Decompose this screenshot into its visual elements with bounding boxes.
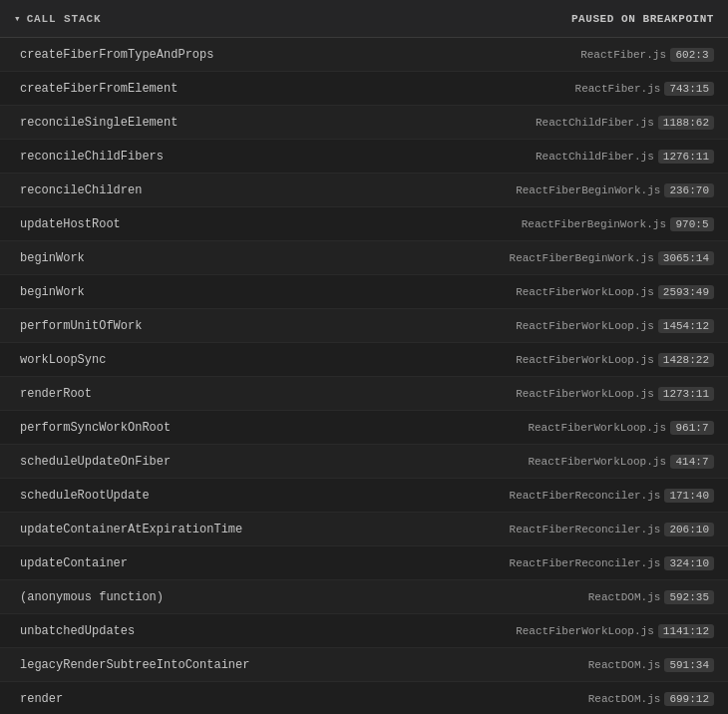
file-info: ReactFiberBeginWork.js970:5 [522,217,714,231]
file-name: ReactFiberWorkLoop.js [528,456,666,468]
file-name: ReactFiberBeginWork.js [522,218,666,230]
file-info: ReactFiberWorkLoop.js961:7 [528,421,714,435]
file-info: ReactFiberReconciler.js206:10 [510,523,714,536]
file-info: ReactFiberBeginWork.js3065:14 [510,251,714,265]
stack-row[interactable]: unbatchedUpdatesReactFiberWorkLoop.js114… [0,614,728,648]
line-badge: 592:35 [664,590,714,604]
stack-row[interactable]: beginWorkReactFiberBeginWork.js3065:14 [0,241,728,275]
func-name: createFiberFromTypeAndProps [20,48,213,62]
line-badge: 1141:12 [658,624,714,638]
file-name: ReactChildFiber.js [536,117,654,129]
file-name: ReactFiberReconciler.js [510,490,661,502]
line-badge: 1454:12 [658,319,714,333]
file-name: ReactFiberBeginWork.js [516,184,660,196]
func-name: reconcileChildFibers [20,150,164,164]
file-name: ReactFiber.js [580,49,666,61]
stack-row[interactable]: reconcileSingleElementReactChildFiber.js… [0,106,728,140]
func-name: workLoopSync [20,353,106,367]
file-info: ReactFiberWorkLoop.js1454:12 [516,319,714,333]
paused-status: PAUSED ON BREAKPOINT [571,13,714,25]
line-badge: 206:10 [664,523,714,536]
line-badge: 236:70 [664,183,714,197]
func-name: updateContainerAtExpirationTime [20,523,242,536]
call-stack-panel: ▾ CALL STACK PAUSED ON BREAKPOINT create… [0,0,728,714]
line-badge: 970:5 [670,217,714,231]
file-name: ReactDOM.js [588,693,661,705]
file-info: ReactDOM.js591:34 [588,658,714,672]
stack-row[interactable]: renderReactDOM.js699:12 [0,682,728,714]
panel-title: CALL STACK [27,13,102,25]
file-info: ReactFiberReconciler.js324:10 [510,556,714,570]
line-badge: 1276:11 [658,150,714,164]
func-name: unbatchedUpdates [20,624,135,638]
stack-row[interactable]: updateContainerAtExpirationTimeReactFibe… [0,513,728,546]
file-name: ReactFiberWorkLoop.js [516,625,654,637]
line-badge: 1188:62 [658,116,714,130]
line-badge: 3065:14 [658,251,714,265]
call-stack-header: ▾ CALL STACK PAUSED ON BREAKPOINT [0,0,728,38]
line-badge: 699:12 [664,692,714,706]
func-name: createFiberFromElement [20,82,178,96]
file-info: ReactChildFiber.js1188:62 [536,116,714,130]
stack-row[interactable]: updateHostRootReactFiberBeginWork.js970:… [0,207,728,241]
stack-row[interactable]: renderRootReactFiberWorkLoop.js1273:11 [0,377,728,411]
line-badge: 602:3 [670,48,714,62]
func-name: reconcileChildren [20,183,142,197]
stack-list[interactable]: createFiberFromTypeAndPropsReactFiber.js… [0,38,728,714]
line-badge: 324:10 [664,556,714,570]
file-name: ReactFiber.js [575,83,661,95]
stack-row[interactable]: reconcileChildrenReactFiberBeginWork.js2… [0,174,728,207]
file-info: ReactDOM.js592:35 [588,590,714,604]
file-info: ReactFiberWorkLoop.js1141:12 [516,624,714,638]
stack-row[interactable]: createFiberFromTypeAndPropsReactFiber.js… [0,38,728,72]
line-badge: 1273:11 [658,387,714,401]
func-name: performUnitOfWork [20,319,142,333]
file-name: ReactDOM.js [588,659,661,671]
func-name: scheduleRootUpdate [20,489,150,503]
line-badge: 1428:22 [658,353,714,367]
file-name: ReactFiberBeginWork.js [510,252,654,264]
func-name: beginWork [20,251,85,265]
file-name: ReactFiberWorkLoop.js [516,286,654,298]
func-name: performSyncWorkOnRoot [20,421,171,435]
file-name: ReactChildFiber.js [536,151,654,163]
func-name: reconcileSingleElement [20,116,178,130]
file-info: ReactFiberReconciler.js171:40 [510,489,714,503]
file-info: ReactFiberWorkLoop.js2593:49 [516,285,714,299]
stack-row[interactable]: updateContainerReactFiberReconciler.js32… [0,546,728,580]
line-badge: 2593:49 [658,285,714,299]
stack-row[interactable]: legacyRenderSubtreeIntoContainerReactDOM… [0,648,728,682]
func-name: legacyRenderSubtreeIntoContainer [20,658,249,672]
line-badge: 961:7 [670,421,714,435]
line-badge: 591:34 [664,658,714,672]
stack-row[interactable]: beginWorkReactFiberWorkLoop.js2593:49 [0,275,728,309]
file-name: ReactDOM.js [588,591,661,603]
stack-row[interactable]: workLoopSyncReactFiberWorkLoop.js1428:22 [0,343,728,377]
file-name: ReactFiberReconciler.js [510,557,661,569]
func-name: beginWork [20,285,85,299]
header-left: ▾ CALL STACK [14,12,101,25]
stack-row[interactable]: reconcileChildFibersReactChildFiber.js12… [0,140,728,174]
chevron-icon: ▾ [14,12,21,25]
file-info: ReactDOM.js699:12 [588,692,714,706]
func-name: updateHostRoot [20,217,121,231]
stack-row[interactable]: scheduleRootUpdateReactFiberReconciler.j… [0,479,728,513]
line-badge: 743:15 [664,82,714,96]
stack-row[interactable]: performUnitOfWorkReactFiberWorkLoop.js14… [0,309,728,343]
stack-row[interactable]: createFiberFromElementReactFiber.js743:1… [0,72,728,106]
file-name: ReactFiberWorkLoop.js [516,320,654,332]
file-info: ReactFiberBeginWork.js236:70 [516,183,714,197]
stack-row[interactable]: scheduleUpdateOnFiberReactFiberWorkLoop.… [0,445,728,479]
file-name: ReactFiberWorkLoop.js [516,388,654,400]
line-badge: 414:7 [670,455,714,469]
func-name: updateContainer [20,556,128,570]
line-badge: 171:40 [664,489,714,503]
stack-row[interactable]: (anonymous function)ReactDOM.js592:35 [0,580,728,614]
file-info: ReactFiberWorkLoop.js1273:11 [516,387,714,401]
func-name: scheduleUpdateOnFiber [20,455,171,469]
file-info: ReactFiberWorkLoop.js414:7 [528,455,714,469]
file-info: ReactChildFiber.js1276:11 [536,150,714,164]
func-name: render [20,692,63,706]
stack-row[interactable]: performSyncWorkOnRootReactFiberWorkLoop.… [0,411,728,445]
file-name: ReactFiberWorkLoop.js [528,422,666,434]
